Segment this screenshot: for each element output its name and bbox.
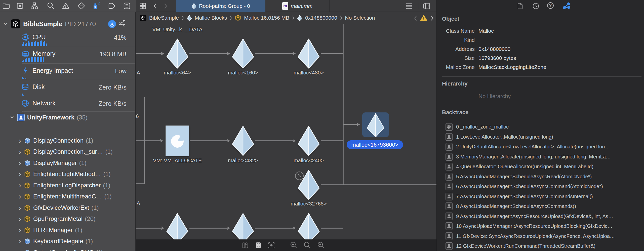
selected-node-label[interactable]: malloc<16793600> xyxy=(347,140,403,149)
backtrace-frame[interactable]: 12 GfxDeviceWorker::RunCommand(ThreadedS… xyxy=(446,242,642,250)
chevron-expanded-icon[interactable]: › xyxy=(10,115,15,120)
node-label[interactable]: malloc<432> xyxy=(228,157,258,163)
breadcrumb-item[interactable]: Malloc 16.0156 MB xyxy=(244,15,289,21)
breadcrumb-item[interactable]: 0x148800000 xyxy=(305,15,337,21)
memory-graph-canvas[interactable]: VM: Unity...k __DATA A 6 A malloc<64> ma… xyxy=(136,24,436,239)
backtrace-frame[interactable]: 11 GfxDevice::SyncAsyncResourceUpload(As… xyxy=(446,232,642,240)
warning-badge-icon[interactable] xyxy=(420,15,427,21)
tab-root-paths[interactable]: Root-paths: Group - 0 xyxy=(176,0,265,12)
chevron-right-icon[interactable]: › xyxy=(17,228,22,233)
tree-item[interactable]: ›DisplayManager(1) xyxy=(0,157,136,169)
backtrace-frame[interactable]: 0 _malloc_zone_malloc xyxy=(446,122,642,131)
backtrace-frame[interactable]: 6 AsyncUploadManager::ScheduleAsyncComma… xyxy=(446,182,642,191)
tree-item[interactable]: ›Enlighten::MultithreadC…(1) xyxy=(0,191,136,202)
chevron-right-icon[interactable]: › xyxy=(17,239,22,244)
back-icon[interactable] xyxy=(153,3,157,9)
search-icon[interactable] xyxy=(47,2,55,10)
node-label[interactable]: malloc<64> xyxy=(164,70,191,76)
energy-value: Low xyxy=(115,67,127,75)
breadcrumb-item[interactable]: BibleSample xyxy=(149,15,179,21)
backtrace-frame[interactable]: 5 AsyncUploadManager::ScheduleAsyncRead(… xyxy=(446,172,642,181)
backtrace-frame[interactable]: 1 LowLevelAllocator::Malloc(unsigned lon… xyxy=(446,133,642,141)
chevron-right-icon[interactable]: › xyxy=(17,160,22,165)
tree-item[interactable]: ›Enlighten::LightMethod…(1) xyxy=(0,169,136,180)
node-label[interactable]: malloc<240> xyxy=(294,157,324,163)
chevron-right-icon[interactable]: › xyxy=(17,149,22,154)
table-view-icon[interactable] xyxy=(255,241,262,249)
node-label[interactable]: malloc<480> xyxy=(294,70,324,76)
chevron-right-icon[interactable]: › xyxy=(17,183,22,188)
zoom-in-icon[interactable] xyxy=(317,241,325,249)
add-editor-icon[interactable] xyxy=(423,2,431,10)
backtrace-frame[interactable]: 8 AsyncUploadManager::ScheduleAsyncComma… xyxy=(446,202,642,211)
node-label[interactable]: VM: VM_ALLOCATE xyxy=(153,157,202,163)
forward-icon[interactable] xyxy=(164,3,168,9)
tree-item[interactable]: ›DisplayConnection._sur…(1) xyxy=(0,146,136,157)
metric-label: Disk xyxy=(32,83,45,91)
person-icon xyxy=(446,193,453,200)
blue-cube-icon xyxy=(24,238,31,245)
memory-graph-icon[interactable] xyxy=(118,20,126,28)
tree-item[interactable]: ›OutputCoreAudioObjC(1) xyxy=(0,247,136,251)
chevron-right-icon[interactable]: › xyxy=(17,138,22,143)
vm-allocate-node[interactable] xyxy=(166,126,189,156)
chevron-right-icon[interactable]: › xyxy=(17,205,22,210)
clipped-label: 6 xyxy=(136,113,139,119)
breadcrumb-item[interactable]: Malloc Blocks xyxy=(195,15,227,21)
memory-sparkline xyxy=(22,56,44,62)
minimap-icon[interactable] xyxy=(242,241,249,249)
metric-label: Energy Impact xyxy=(32,67,73,74)
tree-item[interactable]: ›HLRTManager(1) xyxy=(0,225,136,236)
tree-item[interactable]: ›GpuProgramMetal(20) xyxy=(0,213,136,224)
minimap-menu-icon[interactable] xyxy=(405,2,413,10)
tree-item[interactable]: ›GfxDeviceWorkerExt(1) xyxy=(0,202,136,213)
node-label[interactable]: malloc<32768> xyxy=(291,201,327,207)
chevron-right-icon[interactable]: › xyxy=(17,172,22,177)
backtrace-frame[interactable]: 4 QueueAllocator::QueueAllocator(unsigne… xyxy=(446,162,642,171)
spray-icon[interactable] xyxy=(91,2,100,10)
folder-icon[interactable] xyxy=(2,2,10,10)
backtrace-frame[interactable]: 3 MemoryManager::Allocate(unsigned long,… xyxy=(446,152,642,161)
divider xyxy=(22,111,135,112)
tree-item[interactable]: ›Enlighten::LogDispatcher(1) xyxy=(0,180,136,191)
diamond-minus-icon[interactable] xyxy=(77,2,86,10)
focus-selection-icon[interactable] xyxy=(268,241,275,249)
chevron-right-icon[interactable]: › xyxy=(17,216,22,221)
inspector-panel: ? Object Class NameMalloc Kind Address0x… xyxy=(436,0,644,251)
tab-main-mm[interactable]: m main.mm xyxy=(265,0,330,12)
history-inspector-icon[interactable] xyxy=(532,2,540,10)
yellow-cube-icon xyxy=(24,148,31,155)
history-back-icon[interactable] xyxy=(414,15,417,21)
node-label-partial: VM: Unity...k __DATA xyxy=(152,26,203,32)
history-forward-icon[interactable] xyxy=(430,15,434,21)
backtrace-frame[interactable]: 2 UnityDefaultAllocator<LowLevelAllocato… xyxy=(446,142,642,151)
tree-root-unityframework[interactable]: › UnityFramework (35) xyxy=(0,112,136,123)
chevron-right-icon[interactable]: › xyxy=(17,194,22,199)
node-label[interactable]: malloc<160> xyxy=(228,70,258,76)
backtrace-frame[interactable]: 9 AsyncUploadManager::AsyncResourceUploa… xyxy=(446,212,642,221)
backtrace-frame[interactable]: 10 AsyncUploadManager::AsyncResourceUplo… xyxy=(446,222,642,230)
zoom-out-icon[interactable] xyxy=(290,241,298,249)
graph-inspector-icon-active[interactable] xyxy=(563,2,570,10)
process-row[interactable]: › BibleSample PID 21770 xyxy=(0,19,136,29)
chevron-expanded-icon[interactable]: › xyxy=(4,21,9,26)
memory-box-icon[interactable] xyxy=(16,2,24,10)
help-inspector-icon[interactable]: ? xyxy=(547,2,554,9)
tree-item-count: (1) xyxy=(103,171,111,178)
chevron-right-icon[interactable]: › xyxy=(17,250,22,251)
tree-item[interactable]: ›DisplayConnection(1) xyxy=(0,135,136,146)
hierarchy-icon[interactable] xyxy=(30,2,38,10)
file-inspector-icon[interactable] xyxy=(516,2,524,10)
zoom-actual-icon[interactable] xyxy=(303,241,311,249)
warning-filter-icon[interactable] xyxy=(62,2,70,10)
tree-item[interactable]: ›KeyboardDelegate(1) xyxy=(0,236,136,247)
gauge-info-icon[interactable] xyxy=(108,20,116,28)
list-icon[interactable] xyxy=(123,2,131,10)
backtrace-frame[interactable]: 7 AsyncUploadManager::ScheduleAsyncComma… xyxy=(446,192,642,201)
person-icon xyxy=(446,163,453,171)
tab-overview-icon[interactable] xyxy=(139,2,147,10)
person-icon xyxy=(446,133,453,141)
clipped-label: A xyxy=(137,70,140,76)
person-icon xyxy=(446,173,453,181)
tag-icon[interactable] xyxy=(108,2,116,10)
